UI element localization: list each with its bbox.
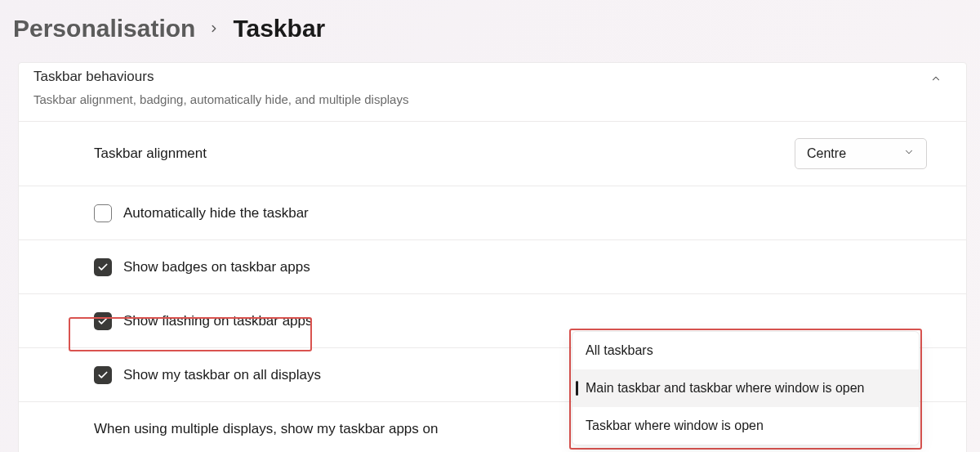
multi-displays-dropdown-menu: All taskbars Main taskbar and taskbar wh… bbox=[572, 331, 920, 445]
auto-hide-label: Automatically hide the taskbar bbox=[123, 205, 309, 222]
alignment-selected: Centre bbox=[807, 146, 846, 161]
chevron-down-icon bbox=[903, 146, 915, 161]
alignment-dropdown[interactable]: Centre bbox=[795, 138, 927, 169]
chevron-right-icon bbox=[208, 18, 220, 39]
row-auto-hide[interactable]: Automatically hide the taskbar bbox=[19, 186, 966, 240]
breadcrumb-current: Taskbar bbox=[233, 15, 325, 43]
breadcrumb: Personalisation Taskbar bbox=[0, 0, 980, 62]
dropdown-item-window-only[interactable]: Taskbar where window is open bbox=[572, 407, 919, 445]
chevron-up-icon[interactable] bbox=[930, 73, 942, 87]
badges-label: Show badges on taskbar apps bbox=[123, 259, 310, 275]
breadcrumb-parent[interactable]: Personalisation bbox=[13, 15, 195, 43]
all-displays-checkbox[interactable] bbox=[94, 366, 112, 384]
section-header[interactable]: Taskbar behaviours Taskbar alignment, ba… bbox=[19, 63, 966, 122]
dropdown-item-main-and-window[interactable]: Main taskbar and taskbar where window is… bbox=[572, 369, 919, 407]
flashing-label: Show flashing on taskbar apps bbox=[123, 313, 313, 329]
all-displays-label: Show my taskbar on all displays bbox=[123, 367, 321, 383]
badges-checkbox[interactable] bbox=[94, 258, 112, 276]
section-header-text: Taskbar behaviours Taskbar alignment, ba… bbox=[33, 71, 408, 106]
flashing-checkbox[interactable] bbox=[94, 312, 112, 330]
auto-hide-checkbox[interactable] bbox=[94, 204, 112, 222]
dropdown-item-all-taskbars[interactable]: All taskbars bbox=[572, 332, 919, 369]
section-title: Taskbar behaviours bbox=[33, 69, 408, 85]
section-subtitle: Taskbar alignment, badging, automaticall… bbox=[33, 92, 408, 106]
row-taskbar-alignment: Taskbar alignment Centre bbox=[19, 122, 966, 186]
alignment-label: Taskbar alignment bbox=[94, 145, 207, 162]
row-badges[interactable]: Show badges on taskbar apps bbox=[19, 240, 966, 294]
multi-displays-label: When using multiple displays, show my ta… bbox=[94, 421, 438, 437]
